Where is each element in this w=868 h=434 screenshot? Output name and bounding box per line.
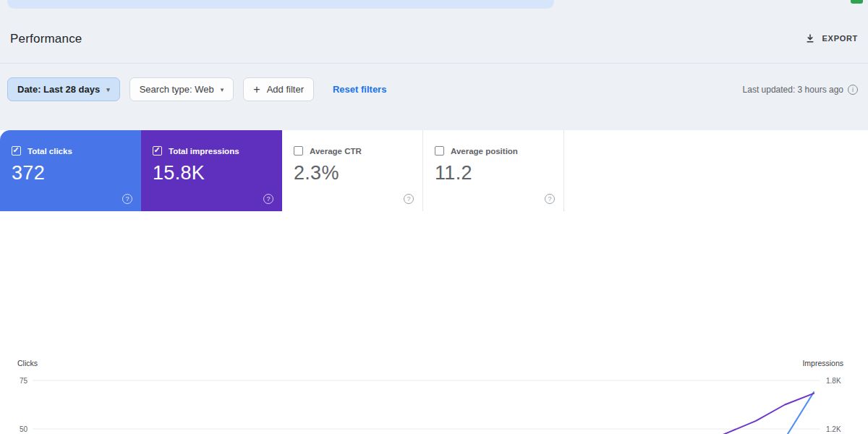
plus-icon — [253, 83, 260, 96]
svg-text:Impressions: Impressions — [802, 359, 843, 367]
svg-text:75: 75 — [20, 377, 28, 385]
performance-chart[interactable]: 0025600501.2K751.8KClicksImpressions11/1… — [0, 354, 868, 434]
top-bar-pill-fragment — [7, 0, 554, 9]
metric-card-average-position[interactable]: Average position 11.2 — [423, 130, 564, 211]
metric-value: 2.3% — [294, 162, 411, 184]
page-title: Performance — [10, 32, 82, 46]
search-type-label: Search type: Web — [140, 84, 214, 95]
metric-value: 15.8K — [153, 162, 271, 184]
card-label-row: Average CTR — [294, 146, 411, 156]
svg-text:50: 50 — [20, 425, 28, 433]
export-label: EXPORT — [822, 34, 858, 43]
metric-value: 11.2 — [435, 162, 552, 184]
metric-label: Total impressions — [169, 147, 239, 156]
metric-value: 372 — [12, 162, 129, 184]
date-filter-label: Date: Last 28 days — [17, 84, 100, 95]
card-label-row: Total clicks — [12, 146, 129, 156]
svg-text:Clicks: Clicks — [17, 359, 38, 367]
green-icon-fragment — [851, 0, 863, 4]
filter-bar: Date: Last 28 days ▾ Search type: Web ▾ … — [7, 77, 858, 101]
average-position-checkbox[interactable] — [435, 146, 444, 156]
content-sheet: Total clicks 372 Total impressions 15.8K… — [0, 130, 868, 434]
performance-chart-area: 0025600501.2K751.8KClicksImpressions11/1… — [0, 354, 868, 434]
export-button[interactable]: EXPORT — [805, 33, 858, 43]
add-filter-button[interactable]: Add filter — [243, 77, 314, 101]
add-filter-label: Add filter — [267, 84, 304, 95]
svg-text:1.8K: 1.8K — [826, 377, 841, 385]
performance-page: Performance EXPORT Date: Last 28 days ▾ … — [0, 0, 868, 434]
metric-label: Average CTR — [310, 147, 362, 156]
chevron-down-icon: ▾ — [221, 86, 224, 93]
metric-card-total-clicks[interactable]: Total clicks 372 — [0, 130, 141, 211]
metric-card-average-ctr[interactable]: Average CTR 2.3% — [282, 130, 423, 211]
last-updated-status: Last updated: 3 hours ago — [743, 85, 858, 95]
metric-label: Average position — [451, 147, 518, 156]
search-type-filter-chip[interactable]: Search type: Web ▾ — [129, 77, 234, 101]
metric-cards-row: Total clicks 372 Total impressions 15.8K… — [0, 130, 565, 211]
metric-card-total-impressions[interactable]: Total impressions 15.8K — [141, 130, 282, 211]
card-label-row: Total impressions — [153, 146, 271, 156]
svg-text:1.2K: 1.2K — [826, 425, 841, 433]
metric-label: Total clicks — [27, 147, 72, 156]
chevron-down-icon: ▾ — [106, 86, 110, 93]
help-icon[interactable] — [404, 194, 414, 204]
total-impressions-checkbox[interactable] — [153, 146, 162, 156]
reset-filters-link[interactable]: Reset filters — [333, 84, 386, 95]
header-divider — [0, 63, 868, 64]
help-icon[interactable] — [122, 194, 132, 204]
date-filter-chip[interactable]: Date: Last 28 days ▾ — [7, 77, 120, 101]
page-header: Performance EXPORT Date: Last 28 days ▾ … — [0, 0, 868, 130]
last-updated-text: Last updated: 3 hours ago — [743, 85, 843, 95]
average-ctr-checkbox[interactable] — [294, 146, 303, 156]
info-icon[interactable] — [848, 85, 858, 95]
card-label-row: Average position — [435, 146, 552, 156]
download-icon — [805, 33, 815, 43]
total-clicks-checkbox[interactable] — [12, 146, 21, 156]
help-icon[interactable] — [545, 194, 555, 204]
help-icon[interactable] — [263, 194, 273, 204]
